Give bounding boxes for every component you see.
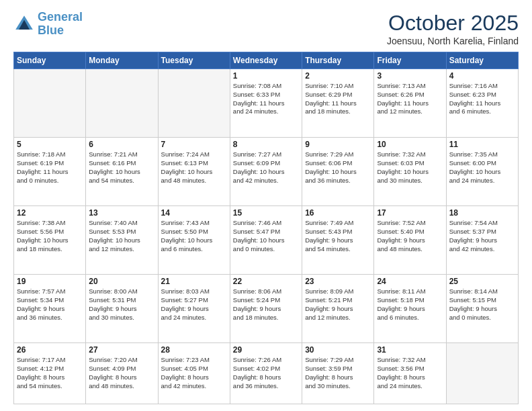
weekday-header-sunday: Sunday — [14, 52, 86, 69]
day-number: 22 — [233, 277, 299, 286]
cell-content: Sunrise: 8:11 AM Sunset: 5:18 PM Dayligh… — [377, 287, 443, 322]
cell-content: Sunrise: 7:27 AM Sunset: 6:09 PM Dayligh… — [233, 150, 299, 185]
calendar-table: SundayMondayTuesdayWednesdayThursdayFrid… — [13, 52, 519, 404]
cell-content: Sunrise: 7:32 AM Sunset: 3:56 PM Dayligh… — [377, 356, 443, 390]
calendar-cell: 27Sunrise: 7:20 AM Sunset: 4:09 PM Dayli… — [86, 343, 158, 404]
weekday-header-wednesday: Wednesday — [230, 52, 302, 69]
day-number: 25 — [449, 277, 515, 286]
calendar-cell: 17Sunrise: 7:52 AM Sunset: 5:40 PM Dayli… — [374, 206, 446, 275]
cell-content: Sunrise: 7:29 AM Sunset: 6:06 PM Dayligh… — [305, 150, 371, 185]
calendar-cell — [14, 69, 86, 138]
calendar-cell: 25Sunrise: 8:14 AM Sunset: 5:15 PM Dayli… — [446, 275, 518, 343]
day-number: 17 — [377, 208, 443, 218]
calendar-cell: 19Sunrise: 7:57 AM Sunset: 5:34 PM Dayli… — [14, 275, 86, 343]
header: General Blue October 2025 Joensuu, North… — [13, 11, 519, 46]
cell-content: Sunrise: 8:09 AM Sunset: 5:21 PM Dayligh… — [305, 287, 371, 322]
day-number: 10 — [377, 140, 443, 149]
logo-text: General Blue — [38, 11, 83, 38]
cell-content: Sunrise: 7:46 AM Sunset: 5:47 PM Dayligh… — [233, 219, 299, 253]
logo-blue: Blue — [38, 24, 64, 37]
calendar-cell — [446, 343, 518, 404]
day-number: 23 — [305, 277, 371, 286]
day-number: 19 — [17, 277, 83, 286]
weekday-header-monday: Monday — [86, 52, 158, 69]
day-number: 5 — [17, 140, 83, 149]
day-number: 31 — [377, 345, 443, 355]
day-number: 20 — [89, 277, 154, 286]
calendar-cell: 22Sunrise: 8:06 AM Sunset: 5:24 PM Dayli… — [230, 275, 302, 343]
cell-content: Sunrise: 7:49 AM Sunset: 5:43 PM Dayligh… — [305, 219, 371, 253]
weekday-header-saturday: Saturday — [446, 52, 518, 69]
cell-content: Sunrise: 7:20 AM Sunset: 4:09 PM Dayligh… — [89, 356, 154, 390]
logo-icon — [13, 13, 35, 35]
cell-content: Sunrise: 7:23 AM Sunset: 4:05 PM Dayligh… — [161, 356, 227, 390]
calendar-cell: 20Sunrise: 8:00 AM Sunset: 5:31 PM Dayli… — [86, 275, 158, 343]
day-number: 16 — [305, 208, 371, 218]
title-block: October 2025 Joensuu, North Karelia, Fin… — [387, 11, 519, 46]
day-number: 28 — [161, 345, 227, 355]
cell-content: Sunrise: 7:52 AM Sunset: 5:40 PM Dayligh… — [377, 219, 443, 253]
cell-content: Sunrise: 8:03 AM Sunset: 5:27 PM Dayligh… — [161, 287, 227, 322]
cell-content: Sunrise: 7:18 AM Sunset: 6:19 PM Dayligh… — [17, 150, 83, 185]
cell-content: Sunrise: 7:32 AM Sunset: 6:03 PM Dayligh… — [377, 150, 443, 185]
day-number: 15 — [233, 208, 299, 218]
calendar-week-2: 5Sunrise: 7:18 AM Sunset: 6:19 PM Daylig… — [14, 138, 519, 206]
calendar-cell: 28Sunrise: 7:23 AM Sunset: 4:05 PM Dayli… — [158, 343, 230, 404]
day-number: 18 — [449, 208, 515, 218]
cell-content: Sunrise: 7:21 AM Sunset: 6:16 PM Dayligh… — [89, 150, 154, 185]
calendar-cell: 16Sunrise: 7:49 AM Sunset: 5:43 PM Dayli… — [302, 206, 374, 275]
month-title: October 2025 — [387, 11, 519, 36]
calendar-cell: 3Sunrise: 7:13 AM Sunset: 6:26 PM Daylig… — [374, 69, 446, 138]
calendar-week-3: 12Sunrise: 7:38 AM Sunset: 5:56 PM Dayli… — [14, 206, 519, 275]
calendar-cell: 24Sunrise: 8:11 AM Sunset: 5:18 PM Dayli… — [374, 275, 446, 343]
day-number: 21 — [161, 277, 227, 286]
day-number: 26 — [17, 345, 83, 355]
calendar-cell — [86, 69, 158, 138]
logo: General Blue — [13, 11, 83, 38]
cell-content: Sunrise: 8:14 AM Sunset: 5:15 PM Dayligh… — [449, 287, 515, 322]
weekday-header-friday: Friday — [374, 52, 446, 69]
calendar-cell: 4Sunrise: 7:16 AM Sunset: 6:23 PM Daylig… — [446, 69, 518, 138]
day-number: 2 — [305, 71, 371, 81]
calendar-cell: 21Sunrise: 8:03 AM Sunset: 5:27 PM Dayli… — [158, 275, 230, 343]
calendar-cell: 30Sunrise: 7:29 AM Sunset: 3:59 PM Dayli… — [302, 343, 374, 404]
cell-content: Sunrise: 7:43 AM Sunset: 5:50 PM Dayligh… — [161, 219, 227, 253]
cell-content: Sunrise: 7:35 AM Sunset: 6:00 PM Dayligh… — [449, 150, 515, 185]
day-number: 14 — [161, 208, 227, 218]
cell-content: Sunrise: 7:40 AM Sunset: 5:53 PM Dayligh… — [89, 219, 154, 253]
weekday-header-tuesday: Tuesday — [158, 52, 230, 69]
calendar-cell: 5Sunrise: 7:18 AM Sunset: 6:19 PM Daylig… — [14, 138, 86, 206]
calendar-cell: 31Sunrise: 7:32 AM Sunset: 3:56 PM Dayli… — [374, 343, 446, 404]
calendar-cell: 1Sunrise: 7:08 AM Sunset: 6:33 PM Daylig… — [230, 69, 302, 138]
calendar-cell: 2Sunrise: 7:10 AM Sunset: 6:29 PM Daylig… — [302, 69, 374, 138]
day-number: 6 — [89, 140, 154, 149]
day-number: 4 — [449, 71, 515, 81]
calendar-cell: 10Sunrise: 7:32 AM Sunset: 6:03 PM Dayli… — [374, 138, 446, 206]
cell-content: Sunrise: 7:08 AM Sunset: 6:33 PM Dayligh… — [233, 82, 299, 116]
cell-content: Sunrise: 7:26 AM Sunset: 4:02 PM Dayligh… — [233, 356, 299, 390]
cell-content: Sunrise: 7:17 AM Sunset: 4:12 PM Dayligh… — [17, 356, 83, 390]
cell-content: Sunrise: 7:29 AM Sunset: 3:59 PM Dayligh… — [305, 356, 371, 390]
cell-content: Sunrise: 8:06 AM Sunset: 5:24 PM Dayligh… — [233, 287, 299, 322]
calendar-cell: 18Sunrise: 7:54 AM Sunset: 5:37 PM Dayli… — [446, 206, 518, 275]
day-number: 29 — [233, 345, 299, 355]
calendar-cell: 12Sunrise: 7:38 AM Sunset: 5:56 PM Dayli… — [14, 206, 86, 275]
calendar-cell — [158, 69, 230, 138]
calendar-week-5: 26Sunrise: 7:17 AM Sunset: 4:12 PM Dayli… — [14, 343, 519, 404]
location-subtitle: Joensuu, North Karelia, Finland — [387, 36, 519, 46]
day-number: 27 — [89, 345, 154, 355]
calendar-cell: 14Sunrise: 7:43 AM Sunset: 5:50 PM Dayli… — [158, 206, 230, 275]
cell-content: Sunrise: 7:38 AM Sunset: 5:56 PM Dayligh… — [17, 219, 83, 253]
cell-content: Sunrise: 8:00 AM Sunset: 5:31 PM Dayligh… — [89, 287, 154, 322]
calendar-cell: 11Sunrise: 7:35 AM Sunset: 6:00 PM Dayli… — [446, 138, 518, 206]
logo-general: General — [38, 10, 83, 24]
day-number: 8 — [233, 140, 299, 149]
weekday-header-thursday: Thursday — [302, 52, 374, 69]
calendar-week-4: 19Sunrise: 7:57 AM Sunset: 5:34 PM Dayli… — [14, 275, 519, 343]
weekday-header-row: SundayMondayTuesdayWednesdayThursdayFrid… — [14, 52, 519, 69]
page: General Blue October 2025 Joensuu, North… — [0, 0, 532, 411]
day-number: 24 — [377, 277, 443, 286]
calendar-cell: 26Sunrise: 7:17 AM Sunset: 4:12 PM Dayli… — [14, 343, 86, 404]
calendar-cell: 9Sunrise: 7:29 AM Sunset: 6:06 PM Daylig… — [302, 138, 374, 206]
day-number: 3 — [377, 71, 443, 81]
